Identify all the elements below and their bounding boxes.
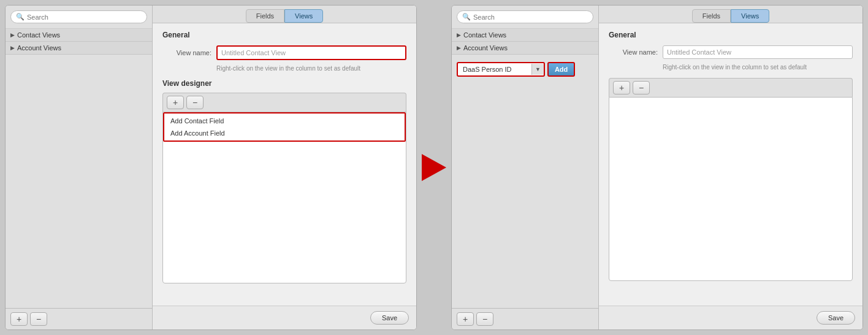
- right-sidebar-bottom: + −: [452, 308, 598, 329]
- left-panel: 🔍 ▶ Contact Views ▶ Account Views + − Fi…: [5, 5, 417, 330]
- left-sidebar-bottom: + −: [6, 308, 152, 329]
- right-sidebar-top: 🔍: [452, 6, 598, 29]
- left-view-name-row: View name:: [162, 45, 406, 60]
- left-designer-remove-button[interactable]: −: [186, 96, 204, 109]
- left-account-views-label: Account Views: [17, 44, 61, 52]
- left-content-area: General View name: Right-click on the vi…: [153, 23, 416, 306]
- left-search-box[interactable]: 🔍: [10, 10, 147, 23]
- right-search-icon: 🔍: [462, 13, 471, 21]
- left-contact-views-label: Contact Views: [17, 31, 60, 39]
- right-view-name-row: View name:: [609, 45, 853, 59]
- left-tab-fields[interactable]: Fields: [246, 9, 284, 23]
- left-search-icon: 🔍: [16, 13, 25, 21]
- right-view-name-label: View name:: [609, 48, 658, 56]
- right-contact-views-arrow: ▶: [457, 32, 461, 38]
- left-view-name-input[interactable]: [216, 45, 406, 60]
- right-designer-remove-button[interactable]: −: [633, 81, 650, 94]
- left-contact-views-section[interactable]: ▶ Contact Views: [6, 29, 152, 42]
- right-account-views-label: Account Views: [463, 44, 508, 52]
- red-arrow-icon: [422, 154, 446, 181]
- right-contact-views-label: Contact Views: [463, 31, 506, 39]
- right-designer-area: [609, 97, 853, 281]
- right-panel-footer: Save: [599, 306, 862, 329]
- right-add-button[interactable]: +: [457, 312, 474, 326]
- left-sidebar: 🔍 ▶ Contact Views ▶ Account Views + −: [6, 6, 153, 329]
- left-remove-button[interactable]: −: [30, 312, 47, 326]
- right-tab-views[interactable]: Views: [731, 9, 769, 23]
- left-sidebar-top: 🔍: [6, 6, 152, 29]
- right-add-daas-button[interactable]: Add: [547, 62, 575, 77]
- right-designer-toolbar: + −: [609, 78, 853, 97]
- right-daas-select-text: DaaS Person ID: [458, 63, 531, 75]
- arrow-divider: [417, 154, 451, 181]
- left-designer-add-button[interactable]: +: [167, 96, 184, 109]
- left-designer-area: Add Contact Field Add Account Field: [162, 112, 406, 283]
- right-main-content: Fields Views General View name: Right-cl…: [599, 6, 862, 329]
- right-search-box[interactable]: 🔍: [457, 10, 593, 23]
- right-daas-row: DaaS Person ID ▼ Add: [457, 62, 593, 77]
- left-tab-views[interactable]: Views: [284, 9, 323, 23]
- left-designer-toolbar: + −: [162, 93, 406, 112]
- right-contact-views-section[interactable]: ▶ Contact Views: [452, 29, 598, 42]
- left-account-views-section[interactable]: ▶ Account Views: [6, 42, 152, 55]
- right-account-views-arrow: ▶: [457, 45, 461, 51]
- right-content-area: General View name: Right-click on the vi…: [599, 23, 862, 306]
- right-save-button[interactable]: Save: [817, 311, 855, 325]
- right-daas-select[interactable]: DaaS Person ID ▼: [457, 62, 545, 77]
- left-dropdown-popup: Add Contact Field Add Account Field: [163, 112, 406, 142]
- right-daas-select-arrow[interactable]: ▼: [531, 64, 544, 75]
- left-add-contact-field[interactable]: Add Contact Field: [164, 115, 405, 127]
- right-search-input[interactable]: [473, 13, 588, 21]
- left-view-name-label: View name:: [162, 49, 211, 56]
- right-sidebar: 🔍 ▶ Contact Views ▶ Account Views DaaS P…: [452, 6, 599, 329]
- left-search-input[interactable]: [27, 13, 142, 21]
- right-hint-text: Right-click on the view in the column to…: [663, 64, 853, 71]
- right-general-title: General: [609, 31, 853, 39]
- left-add-account-field[interactable]: Add Account Field: [164, 127, 405, 139]
- right-remove-button[interactable]: −: [476, 312, 493, 326]
- left-general-title: General: [162, 31, 406, 39]
- left-add-button[interactable]: +: [10, 312, 28, 326]
- right-designer-add-button[interactable]: +: [613, 81, 630, 94]
- left-contact-views-arrow: ▶: [10, 32, 15, 38]
- left-main-content: Fields Views General View name: Right-cl…: [153, 6, 416, 329]
- left-view-designer-title: View designer: [162, 79, 406, 88]
- right-tab-fields[interactable]: Fields: [692, 9, 731, 23]
- left-account-views-arrow: ▶: [10, 45, 15, 51]
- right-panel: 🔍 ▶ Contact Views ▶ Account Views DaaS P…: [451, 5, 863, 330]
- left-save-button[interactable]: Save: [370, 311, 409, 325]
- left-hint-text: Right-click on the view in the column to…: [216, 65, 406, 72]
- right-account-views-section[interactable]: ▶ Account Views: [452, 42, 598, 55]
- right-view-name-input[interactable]: [663, 45, 853, 59]
- left-panel-footer: Save: [153, 306, 416, 329]
